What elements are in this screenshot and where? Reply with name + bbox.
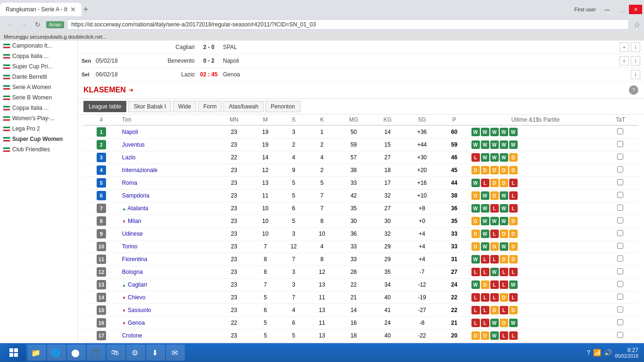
sidebar-item-serie-a-women[interactable]: Serie A Women [0,82,77,92]
team-link[interactable]: Sassuolo [128,307,151,313]
add-match-button[interactable]: + [619,56,629,66]
sidebar-item-campionato[interactable]: Campionato It... [0,41,77,51]
team-name-cell: ▲ Atalanta [119,202,217,215]
pos-cell: 11 [83,253,119,266]
sidebar-item-serie-b-women[interactable]: Serie B Women [0,92,77,103]
taskbar-item-store[interactable]: 🛍 [107,345,125,361]
close-button[interactable]: ✕ [629,5,642,14]
minimize-button[interactable]: — [601,5,614,14]
taskbar-item-mail[interactable]: ✉ [166,345,185,361]
tat-checkbox[interactable] [617,294,623,300]
tat-checkbox[interactable] [617,332,623,338]
team-link[interactable]: Sampdoria [122,192,149,199]
table-row[interactable]: 3 Lazio 22 14 4 4 57 27 +30 46 LWWWD [83,151,638,164]
team-link[interactable]: Napoli [122,129,138,135]
tat-checkbox[interactable] [617,230,623,236]
team-name-cell: Internazionale [119,164,217,177]
refresh-button[interactable]: ↻ [32,19,43,30]
tab-penonton[interactable]: Penonton [265,101,300,112]
url-input[interactable] [67,19,629,30]
tat-checkbox[interactable] [617,243,623,249]
table-row[interactable]: 4 Internazionale 23 12 9 2 38 18 +20 45 … [83,164,638,177]
tat-checkbox[interactable] [617,319,623,325]
sidebar-item-club-friendlies[interactable]: Club Friendlies [0,144,77,155]
tat-checkbox[interactable] [617,217,623,223]
tab-form[interactable]: Form [198,101,222,112]
taskbar-item-ie[interactable]: 🌐 [47,345,66,361]
sidebar-item-super-cup-women[interactable]: Super Cup Women [0,134,77,144]
bookmark-icon[interactable]: ☆ [634,20,640,29]
tab-close-icon[interactable]: ✕ [70,6,76,13]
table-row[interactable]: 16 ▼ Genoa 22 5 6 11 16 24 -8 21 LLWDW [83,317,638,329]
team-link[interactable]: Lazio [122,154,136,161]
team-link[interactable]: Udinese [122,230,143,237]
table-row[interactable]: 9 Udinese 23 10 3 10 36 32 +4 33 DWLDD [83,228,638,240]
table-row[interactable]: 11 Fiorentina 23 8 7 8 33 29 +4 31 WLLDD [83,253,638,266]
team-link[interactable]: Torino [122,243,138,250]
tat-checkbox[interactable] [617,268,623,274]
add-match-button[interactable]: + [619,42,629,52]
taskbar-item-media[interactable]: 🎵 [87,345,106,361]
sidebar-item-lega-pro[interactable]: Lega Pro 2 [0,123,77,134]
tab-atas-bawah[interactable]: Atas/bawah [223,101,264,112]
taskbar-item-torrent[interactable]: ⬇ [146,345,165,361]
info-match-button[interactable]: i [631,70,640,79]
forward-button[interactable]: → [18,19,29,30]
table-row[interactable]: 17 Crotone 23 5 5 13 18 40 -22 20 DDWLL [83,329,638,342]
sidebar-item-coppa1[interactable]: Coppa Italia ... [0,51,77,61]
team-link[interactable]: Atalanta [127,205,148,212]
team-link[interactable]: Milan [128,218,141,224]
tat-checkbox[interactable] [617,166,623,173]
sidebar-item-supercup-pri[interactable]: Super Cup Pri... [0,61,77,72]
table-row[interactable]: 1 Napoli 23 19 3 1 50 14 +36 60 WWWWW [83,125,638,139]
back-button[interactable]: ← [4,19,15,30]
sidebar-item-dante[interactable]: Dante Berretti [0,72,77,82]
tat-checkbox[interactable] [617,154,623,160]
team-link[interactable]: Cagliari [128,281,147,288]
team-link[interactable]: Roma [122,180,137,186]
tat-checkbox[interactable] [617,281,623,287]
restore-button[interactable]: ⬜ [615,5,628,14]
browser-tab[interactable]: Rangkuman - Serie A - It ✕ [0,3,82,16]
tat-checkbox[interactable] [617,179,623,185]
m-cell: 6 [251,304,280,317]
table-row[interactable]: 8 ▼ Milan 23 10 5 8 30 30 +0 35 DWWWD [83,215,638,228]
table-row[interactable]: 7 ▲ Atalanta 23 10 6 7 35 27 +8 36 WWLWL [83,202,638,215]
table-row[interactable]: 12 Bologna 23 8 3 12 28 35 -7 27 LLWLL [83,266,638,279]
tab-wide[interactable]: Wide [173,101,196,112]
tab-league-table[interactable]: League table [83,101,126,112]
table-row[interactable]: 5 Roma 23 13 5 5 33 17 +16 44 WLDDL [83,177,638,189]
team-link[interactable]: Bologna [122,269,143,275]
table-row[interactable]: 13 ▲ Cagliari 23 7 3 13 22 34 -12 24 WDL… [83,279,638,291]
info-match-button[interactable]: i [631,42,640,52]
tat-checkbox[interactable] [617,141,623,147]
team-link[interactable]: Juventus [122,141,145,148]
taskbar-item-settings[interactable]: ⚙ [126,345,145,361]
sidebar-item-womens-play[interactable]: Women's Play-... [0,113,77,123]
taskbar-item-chrome[interactable]: ⬤ [67,345,86,361]
help-button[interactable]: ? [629,85,638,95]
tat-checkbox[interactable] [617,192,623,198]
team-link[interactable]: Crotone [122,332,142,339]
team-link[interactable]: Chievo [128,294,145,301]
sidebar-item-coppa2[interactable]: Coppa Italia ... [0,103,77,113]
info-match-button[interactable]: i [631,56,640,66]
new-tab-icon[interactable]: + [83,5,89,15]
tat-checkbox[interactable] [617,255,623,262]
taskbar-item-file-explorer[interactable]: 📁 [27,345,46,361]
start-button[interactable] [2,344,25,361]
trend-icon: ▲ [122,283,126,288]
table-row[interactable]: 10 Torino 23 7 12 4 33 29 +4 33 DWDWD [83,240,638,253]
team-link[interactable]: Genoa [128,320,145,326]
tat-checkbox[interactable] [617,205,623,211]
table-row[interactable]: 15 ▼ Sassuolo 23 6 4 13 14 41 -27 22 LLD… [83,304,638,317]
team-link[interactable]: Fiorentina [122,256,147,263]
table-row[interactable]: 14 ▼ Chievo 23 5 7 11 21 40 -19 22 LLLDL [83,291,638,304]
tab-skor-babak[interactable]: Skor Babak I [128,101,171,112]
table-row[interactable]: 2 Juventus 23 19 2 2 59 15 +44 59 WWWWW [83,139,638,151]
team-link[interactable]: Internazionale [122,167,157,173]
tat-checkbox[interactable] [617,306,623,313]
volume-icon: 🔊 [604,349,612,356]
table-row[interactable]: 6 Sampdoria 23 11 5 7 42 32 +10 38 DWDWL [83,189,638,202]
tat-checkbox[interactable] [617,128,623,134]
